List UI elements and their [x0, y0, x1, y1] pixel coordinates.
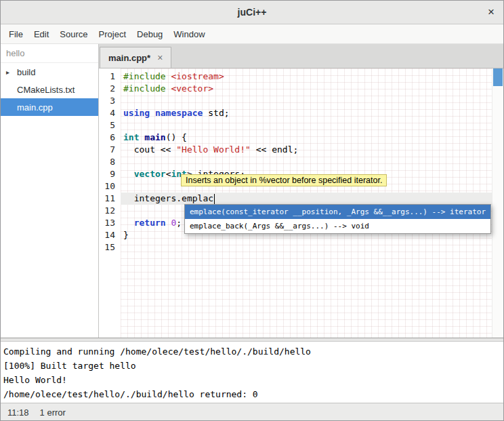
line-number: 13: [99, 217, 121, 229]
code-line: [121, 156, 492, 168]
completion-item[interactable]: emplace(const_iterator __position, _Args…: [185, 205, 490, 219]
code-area[interactable]: #include <iostream>#include <vector>usin…: [121, 68, 492, 338]
menu-source[interactable]: Source: [54, 24, 93, 44]
menu-window[interactable]: Window: [168, 24, 210, 44]
project-name: hello: [1, 44, 98, 63]
code-token: "Hello World!": [176, 144, 251, 155]
file-tree: ▸buildCMakeLists.txtmain.cpp: [1, 63, 98, 116]
menubar: FileEditSourceProjectDebugWindow: [1, 24, 503, 44]
completion-item[interactable]: emplace_back(_Args &&__args...) --> void: [185, 219, 490, 233]
line-number: 2: [99, 83, 121, 95]
tab-main-cpp-[interactable]: main.cpp*×: [100, 47, 171, 68]
code-token: ;: [176, 218, 182, 228]
code-token: return: [134, 218, 166, 228]
app-window: juCi++ × FileEditSourceProjectDebugWindo…: [0, 0, 504, 421]
menu-project[interactable]: Project: [93, 24, 131, 44]
code-token: cout <<: [123, 144, 176, 155]
tab-close-icon[interactable]: ×: [157, 52, 163, 63]
doc-tooltip: Inserts an object in %vector before spec…: [181, 174, 387, 186]
output-line: Compiling and running /home/olece/test/h…: [3, 344, 503, 359]
line-number: 7: [99, 144, 121, 156]
code-editor[interactable]: 123456789101112131415 #include <iostream…: [99, 68, 503, 338]
window-title: juCi++: [238, 7, 267, 18]
code-token: <iostream>: [171, 71, 224, 81]
tab-label: main.cpp*: [108, 53, 150, 63]
code-line: [121, 95, 492, 107]
code-line: integers.emplac: [121, 193, 492, 205]
code-token: [123, 169, 134, 179]
code-line: [121, 241, 492, 254]
tree-item-label: build: [17, 67, 35, 77]
status-bar: 11:18 1 error: [1, 403, 503, 421]
error-count[interactable]: 1 error: [40, 407, 66, 418]
output-line: [100%] Built target hello: [3, 359, 503, 373]
output-line: /home/olece/test/hello/./build/hello ret…: [3, 387, 503, 401]
code-token: << endl;: [251, 144, 298, 155]
code-token: [150, 108, 155, 118]
menu-debug[interactable]: Debug: [131, 24, 168, 44]
code-token: #include: [123, 83, 166, 94]
code-line: #include <vector>: [121, 83, 492, 95]
line-number: 15: [99, 241, 121, 254]
code-line: #include <iostream>: [121, 71, 492, 83]
expander-icon[interactable]: ▸: [1, 68, 17, 76]
code-line: using namespace std;: [121, 107, 492, 119]
code-token: namespace: [155, 108, 203, 118]
line-number: 14: [99, 229, 121, 241]
tab-bar: main.cpp*×: [99, 44, 503, 68]
line-number: 5: [99, 119, 121, 132]
completion-popup: emplace(const_iterator __position, _Args…: [184, 204, 491, 234]
cursor-position: 11:18: [7, 407, 29, 418]
close-icon[interactable]: ×: [488, 5, 495, 19]
code-token: std;: [203, 108, 229, 118]
code-line: int main() {: [121, 132, 492, 144]
text-cursor: [214, 194, 215, 204]
tree-item-label: CMakeLists.txt: [17, 85, 75, 95]
editor-pane: main.cpp*× 123456789101112131415 #includ…: [99, 44, 503, 338]
code-line: cout << "Hello World!" << endl;: [121, 144, 492, 156]
scrollbar-thumb[interactable]: [493, 68, 503, 86]
code-token: main: [144, 132, 165, 142]
line-number: 3: [99, 95, 121, 107]
line-number: 4: [99, 107, 121, 119]
code-token: integers.emplac: [123, 193, 213, 203]
line-number: 12: [99, 205, 121, 217]
code-token: [123, 218, 134, 228]
file-tree-panel: hello ▸buildCMakeLists.txtmain.cpp: [1, 44, 99, 338]
editor-scrollbar[interactable]: [492, 68, 503, 338]
code-token: vector: [134, 169, 166, 179]
code-token: int: [123, 132, 139, 142]
line-number: 10: [99, 180, 121, 193]
code-line: [121, 119, 492, 132]
code-token: #include: [123, 71, 166, 81]
line-number: 6: [99, 132, 121, 144]
line-number: 9: [99, 168, 121, 180]
line-number: 11: [99, 193, 121, 205]
code-token: () {: [166, 132, 187, 142]
menu-file[interactable]: File: [3, 24, 28, 44]
line-number-gutter: 123456789101112131415: [99, 68, 121, 338]
main-split: hello ▸buildCMakeLists.txtmain.cpp main.…: [1, 44, 503, 338]
code-token: }: [123, 230, 129, 240]
menu-edit[interactable]: Edit: [28, 24, 54, 44]
code-token: <vector>: [171, 83, 213, 94]
code-token: using: [123, 108, 150, 118]
line-number: 8: [99, 156, 121, 168]
line-number: 1: [99, 71, 121, 83]
tree-item-label: main.cpp: [17, 102, 53, 113]
tree-item-build[interactable]: ▸build: [1, 63, 98, 81]
tree-item-cmakelists-txt[interactable]: CMakeLists.txt: [1, 81, 98, 98]
tree-item-main-cpp[interactable]: main.cpp: [1, 98, 98, 116]
output-line: Hello World!: [3, 373, 503, 387]
output-panel[interactable]: Compiling and running /home/olece/test/h…: [1, 342, 503, 403]
titlebar[interactable]: juCi++ ×: [1, 1, 503, 24]
